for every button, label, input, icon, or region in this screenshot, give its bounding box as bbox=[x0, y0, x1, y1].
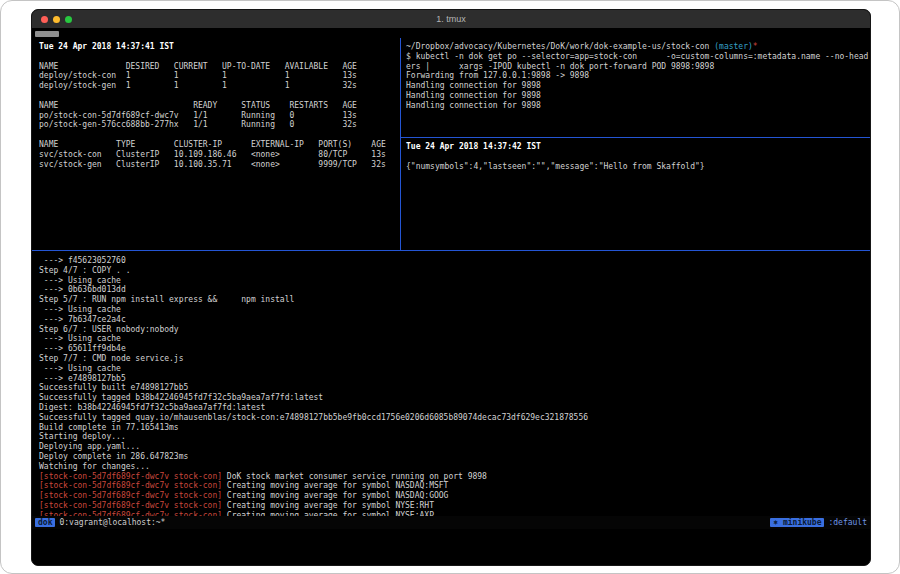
pane-kubectl-watch[interactable]: Tue 24 Apr 2018 14:37:41 ISTNAME DESIRED… bbox=[32, 38, 400, 250]
terminal-line: ---> Using cache bbox=[39, 305, 870, 315]
traffic-lights bbox=[41, 16, 72, 23]
terminal-line: po/stock-gen-576cc688bb-277hx 1/1 Runnin… bbox=[39, 120, 400, 130]
terminal-line: Tue 24 Apr 2018 14:37:42 IST bbox=[406, 142, 870, 152]
terminal-line bbox=[39, 52, 400, 62]
terminal-line bbox=[406, 152, 870, 162]
terminal-line: svc/stock-gen ClusterIP 10.100.35.71 <no… bbox=[39, 160, 400, 170]
screenshot-frame: 1. tmux Tue 24 Apr 2018 14:37:41 ISTNAME… bbox=[0, 0, 900, 574]
terminal-line: Successfully tagged b38b42246945fd7f32c5… bbox=[39, 393, 870, 403]
terminal-line: [stock-con-5d7df689cf-dwc7v stock-con] D… bbox=[39, 472, 870, 482]
kube-namespace-label: :default bbox=[828, 518, 867, 528]
terminal-line: Deploy complete in 286.647823ms bbox=[39, 452, 870, 462]
terminal-line: ers | xargs -IPOD kubectl -n dok port-fo… bbox=[406, 62, 870, 72]
terminal-line: Build complete in 77.165413ms bbox=[39, 423, 870, 433]
terminal-line: NAME DESIRED CURRENT UP-TO-DATE AVAILABL… bbox=[39, 62, 400, 72]
terminal-line: Step 5/7 : RUN npm install express && np… bbox=[39, 295, 870, 305]
terminal-line: Tue 24 Apr 2018 14:37:41 IST bbox=[39, 42, 400, 52]
minimize-button[interactable] bbox=[53, 16, 60, 23]
tab-strip bbox=[32, 29, 870, 38]
tmux-status-bar: dok 0:vagrant@localhost:~* ⎈ minikube :d… bbox=[32, 516, 870, 529]
terminal-line: ---> 65611ff9db4e bbox=[39, 344, 870, 354]
terminal-line: ---> e74898127bb5 bbox=[39, 374, 870, 384]
terminal-line: ~/Dropbox/advocacy/Kubernetes/DoK/work/d… bbox=[406, 42, 870, 52]
close-button[interactable] bbox=[41, 16, 48, 23]
terminal-line: Successfully built e74898127bb5 bbox=[39, 383, 870, 393]
session-name-badge[interactable]: dok bbox=[35, 518, 55, 528]
tmux-session: Tue 24 Apr 2018 14:37:41 ISTNAME DESIRED… bbox=[32, 38, 870, 565]
terminal-line: NAME READY STATUS RESTARTS AGE bbox=[39, 101, 400, 111]
terminal-line: po/stock-con-5d7df689cf-dwc7v 1/1 Runnin… bbox=[39, 111, 400, 121]
terminal-line: {"numsymbols":4,"lastseen":"","message":… bbox=[406, 162, 870, 172]
terminal-line: ---> 7b6347ce2a4c bbox=[39, 315, 870, 325]
terminal-window: 1. tmux Tue 24 Apr 2018 14:37:41 ISTNAME… bbox=[31, 9, 871, 566]
terminal-line: ---> Using cache bbox=[39, 364, 870, 374]
terminal-bottom-gap bbox=[32, 529, 870, 565]
status-left: dok 0:vagrant@localhost:~* bbox=[35, 518, 165, 528]
terminal-line: Handling connection for 9898 bbox=[406, 81, 870, 91]
status-right: ⎈ minikube :default bbox=[770, 518, 867, 528]
terminal-line: [stock-con-5d7df689cf-dwc7v stock-con] C… bbox=[39, 481, 870, 491]
terminal-line: $ kubectl -n dok get po --selector=app=s… bbox=[406, 52, 870, 62]
pane-skaffold-build[interactable]: ---> f45623052760Step 4/7 : COPY . . ---… bbox=[32, 251, 870, 516]
terminal-line: Handling connection for 9898 bbox=[406, 101, 870, 111]
helm-wheel-icon: ⎈ bbox=[773, 518, 778, 527]
terminal-line: Watching for changes... bbox=[39, 462, 870, 472]
kube-context-badge: ⎈ minikube bbox=[770, 518, 824, 528]
window-titlebar[interactable]: 1. tmux bbox=[32, 10, 870, 29]
terminal-line: svc/stock-con ClusterIP 10.109.186.46 <n… bbox=[39, 150, 400, 160]
terminal-line: ---> Using cache bbox=[39, 276, 870, 286]
terminal-line: Step 7/7 : CMD node service.js bbox=[39, 354, 870, 364]
window-label[interactable]: 0:vagrant@localhost:~* bbox=[59, 518, 165, 528]
terminal-line: ---> 0b636bd013dd bbox=[39, 285, 870, 295]
pane-port-forward[interactable]: ~/Dropbox/advocacy/Kubernetes/DoK/work/d… bbox=[401, 38, 870, 137]
terminal-line: Successfully tagged quay.io/mhausenblas/… bbox=[39, 413, 870, 423]
terminal-line: [stock-con-5d7df689cf-dwc7v stock-con] C… bbox=[39, 491, 870, 501]
terminal-line: Starting deploy... bbox=[39, 432, 870, 442]
terminal-line: ---> f45623052760 bbox=[39, 256, 870, 266]
terminal-line: Step 6/7 : USER nobody:nobody bbox=[39, 325, 870, 335]
window-title: 1. tmux bbox=[32, 14, 870, 24]
terminal-line: deploy/stock-gen 1 1 1 1 32s bbox=[39, 81, 400, 91]
terminal-line: Deploying app.yaml... bbox=[39, 442, 870, 452]
terminal-line bbox=[39, 91, 400, 101]
terminal-line: [stock-con-5d7df689cf-dwc7v stock-con] C… bbox=[39, 501, 870, 511]
terminal-line: Digest: b38b42246945fd7f32c5ba9aea7af7fd… bbox=[39, 403, 870, 413]
kube-context-label: minikube bbox=[783, 518, 822, 527]
zoom-button[interactable] bbox=[65, 16, 72, 23]
right-pane-column: ~/Dropbox/advocacy/Kubernetes/DoK/work/d… bbox=[401, 38, 870, 250]
terminal-line: deploy/stock-con 1 1 1 1 13s bbox=[39, 71, 400, 81]
top-pane-row: Tue 24 Apr 2018 14:37:41 ISTNAME DESIRED… bbox=[32, 38, 870, 250]
terminal-line: Step 4/7 : COPY . . bbox=[39, 266, 870, 276]
terminal-line: NAME TYPE CLUSTER-IP EXTERNAL-IP PORT(S)… bbox=[39, 140, 400, 150]
terminal-line: Handling connection for 9898 bbox=[406, 91, 870, 101]
terminal-line: Forwarding from 127.0.0.1:9898 -> 9898 bbox=[406, 71, 870, 81]
terminal-line: ---> Using cache bbox=[39, 334, 870, 344]
pane-curl-output[interactable]: Tue 24 Apr 2018 14:37:42 IST{"numsymbols… bbox=[401, 138, 870, 250]
window-tab-indicator[interactable] bbox=[35, 31, 59, 37]
terminal-line bbox=[39, 130, 400, 140]
